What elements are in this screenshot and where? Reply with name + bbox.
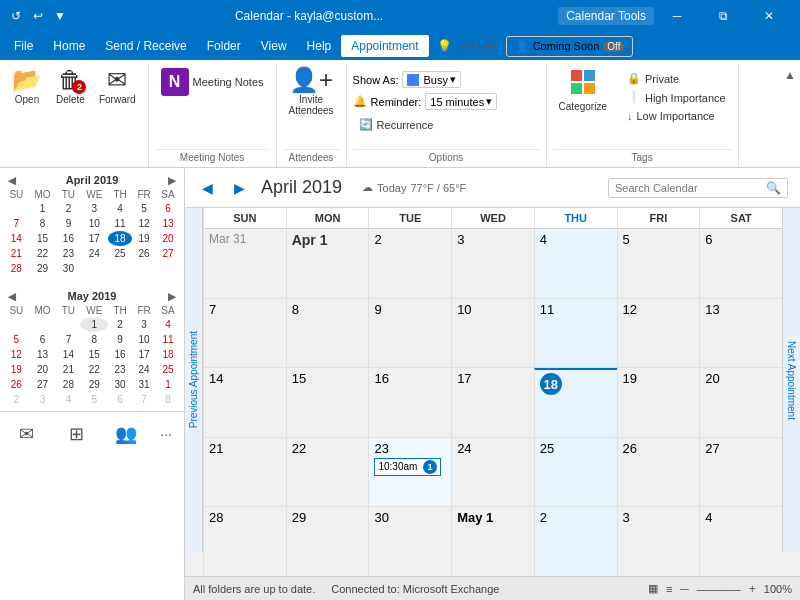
mini-cal-cell[interactable]: 3 [29, 392, 57, 407]
day-20[interactable]: 20 [699, 368, 782, 437]
search-box[interactable]: 🔍 [608, 178, 788, 198]
view-list-icon[interactable]: ▦ [648, 582, 658, 595]
mini-cal-cell[interactable]: 15 [29, 231, 57, 246]
mini-cal-may-prev[interactable]: ◀ [8, 291, 16, 302]
day-21[interactable]: 21 [203, 438, 286, 507]
mini-cal-cell[interactable]: 9 [108, 332, 132, 347]
mini-cal-cell[interactable]: 4 [156, 317, 180, 332]
mini-cal-cell-today[interactable]: 18 [108, 231, 132, 246]
menu-view[interactable]: View [251, 35, 297, 57]
mini-cal-cell[interactable]: 31 [132, 377, 156, 392]
day-mar31[interactable]: Mar 31 [203, 229, 286, 298]
day-may3[interactable]: 3 [617, 507, 700, 576]
day-29[interactable]: 29 [286, 507, 369, 576]
search-icon[interactable]: 🔍 [766, 181, 781, 195]
day-13[interactable]: 13 [699, 299, 782, 368]
day-8[interactable]: 8 [286, 299, 369, 368]
reminder-dropdown[interactable]: 15 minutes ▾ [425, 93, 497, 110]
day-18-today[interactable]: 18 [534, 368, 617, 437]
mini-cal-may-next[interactable]: ▶ [168, 291, 176, 302]
mini-cal-cell[interactable]: 9 [56, 216, 80, 231]
mini-cal-cell[interactable]: 24 [80, 246, 108, 261]
mini-cal-cell[interactable]: 14 [4, 231, 29, 246]
delete-button[interactable]: 🗑2 Delete [50, 66, 91, 107]
mini-cal-cell[interactable] [29, 317, 57, 332]
mini-cal-cell[interactable]: 1 [156, 377, 180, 392]
day-apr3[interactable]: 3 [451, 229, 534, 298]
mini-cal-cell[interactable]: 2 [4, 392, 29, 407]
day-27[interactable]: 27 [699, 438, 782, 507]
forward-button[interactable]: ✉ Forward [93, 66, 142, 107]
mini-cal-cell[interactable]: 7 [4, 216, 29, 231]
mini-cal-cell[interactable]: 29 [29, 261, 57, 276]
view-grid-icon[interactable]: ≡ [666, 583, 672, 595]
mini-cal-cell[interactable]: 12 [132, 216, 156, 231]
mini-cal-cell[interactable]: 7 [56, 332, 80, 347]
private-button[interactable]: 🔒 Private [621, 70, 732, 87]
mini-cal-cell[interactable] [56, 317, 80, 332]
menu-home[interactable]: Home [43, 35, 95, 57]
people-nav-button[interactable]: 👥 [111, 416, 140, 452]
invite-attendees-button[interactable]: 👤+ Invite Attendees [283, 66, 340, 118]
mini-cal-cell[interactable]: 11 [108, 216, 132, 231]
day-12[interactable]: 12 [617, 299, 700, 368]
mini-cal-cell[interactable]: 2 [108, 317, 132, 332]
day-may4[interactable]: 4 [699, 507, 782, 576]
mini-cal-cell[interactable]: 26 [4, 377, 29, 392]
mini-cal-cell[interactable]: 11 [156, 332, 180, 347]
day-apr6[interactable]: 6 [699, 229, 782, 298]
mini-cal-cell[interactable]: 3 [80, 201, 108, 216]
menu-appointment[interactable]: Appointment [341, 35, 428, 57]
mini-cal-cell[interactable]: 30 [108, 377, 132, 392]
mini-cal-cell[interactable] [4, 317, 29, 332]
open-button[interactable]: 📂 Open [6, 66, 48, 107]
mini-cal-cell[interactable]: 13 [156, 216, 180, 231]
mini-cal-cell[interactable] [156, 261, 180, 276]
mini-cal-cell[interactable]: 23 [56, 246, 80, 261]
mini-cal-cell[interactable]: 4 [56, 392, 80, 407]
day-14[interactable]: 14 [203, 368, 286, 437]
low-importance-button[interactable]: ↓ Low Importance [621, 108, 732, 124]
mini-cal-cell[interactable]: 6 [29, 332, 57, 347]
mini-cal-prev[interactable]: ◀ [8, 175, 16, 186]
menu-file[interactable]: File [4, 35, 43, 57]
mini-cal-cell[interactable]: 1 [29, 201, 57, 216]
cal-prev-button[interactable]: ◀ [197, 178, 217, 198]
mini-cal-cell[interactable]: 4 [108, 201, 132, 216]
day-apr1[interactable]: Apr 1 [286, 229, 369, 298]
mini-cal-cell[interactable] [4, 201, 29, 216]
mini-cal-cell[interactable]: 18 [156, 347, 180, 362]
mini-cal-cell[interactable]: 13 [29, 347, 57, 362]
minimize-button[interactable]: ─ [654, 0, 700, 32]
mini-cal-cell[interactable] [132, 261, 156, 276]
mini-cal-cell[interactable]: 21 [56, 362, 80, 377]
day-28[interactable]: 28 [203, 507, 286, 576]
zoom-out-button[interactable]: ─ [680, 582, 689, 596]
cal-next-button[interactable]: ▶ [229, 178, 249, 198]
day-30[interactable]: 30 [368, 507, 451, 576]
day-10[interactable]: 10 [451, 299, 534, 368]
mini-cal-cell[interactable]: 15 [80, 347, 108, 362]
day-may2[interactable]: 2 [534, 507, 617, 576]
coming-soon-btn[interactable]: 👤 Coming Soon Off [506, 36, 634, 57]
undo-icon[interactable]: ↩ [30, 8, 46, 24]
mini-cal-cell[interactable]: 8 [29, 216, 57, 231]
menu-help[interactable]: Help [297, 35, 342, 57]
mini-cal-cell[interactable]: 26 [132, 246, 156, 261]
mini-cal-cell[interactable]: 25 [156, 362, 180, 377]
mini-cal-cell[interactable]: 12 [4, 347, 29, 362]
menu-send-receive[interactable]: Send / Receive [95, 35, 196, 57]
mini-cal-cell[interactable]: 3 [132, 317, 156, 332]
mini-cal-cell[interactable]: 24 [132, 362, 156, 377]
mini-cal-cell[interactable]: 29 [80, 377, 108, 392]
mini-cal-cell[interactable]: 16 [56, 231, 80, 246]
day-apr4[interactable]: 4 [534, 229, 617, 298]
day-19[interactable]: 19 [617, 368, 700, 437]
mini-cal-cell[interactable]: 10 [132, 332, 156, 347]
meeting-notes-button[interactable]: N Meeting Notes [155, 66, 270, 98]
mini-cal-cell[interactable]: 1 [80, 317, 108, 332]
calendar-nav-button[interactable]: ⊞ [61, 416, 90, 452]
mini-cal-cell[interactable]: 22 [29, 246, 57, 261]
mini-cal-cell[interactable]: 5 [4, 332, 29, 347]
mini-cal-cell[interactable]: 5 [80, 392, 108, 407]
